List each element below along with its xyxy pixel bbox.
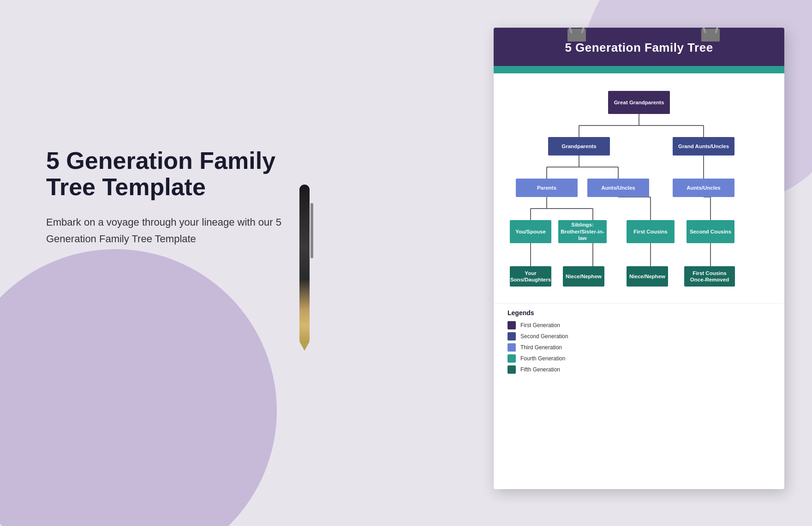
- legend-label: Second Generation: [520, 333, 568, 340]
- document: 5 Generation Family Tree: [494, 28, 784, 489]
- legend-swatch: [508, 321, 516, 329]
- node-siblings: Siblings: Brother/Sister-in-law: [558, 220, 607, 243]
- legend-item: Second Generation: [508, 332, 770, 341]
- legend-swatch: [508, 354, 516, 363]
- legend-swatch: [508, 365, 516, 374]
- node-parents: Parents: [516, 179, 578, 197]
- pen-decoration: [286, 185, 323, 360]
- node-great-grandparents: Great Grandparents: [608, 91, 670, 114]
- binder-clip-right: [701, 28, 720, 45]
- legend-label: Fourth Generation: [520, 355, 565, 362]
- tree-wrapper: Great Grandparents Grandparents Grand Au…: [508, 83, 770, 290]
- node-first-cousins: First Cousins: [627, 220, 675, 243]
- legends-title: Legends: [508, 309, 770, 317]
- node-you-spouse: You/Spouse: [510, 220, 551, 243]
- node-first-cousins-once: First Cousins Once-Removed: [684, 266, 735, 287]
- page-description: Embark on a voyage through your lineage …: [46, 214, 286, 246]
- legend-swatch: [508, 343, 516, 352]
- legend-item: Third Generation: [508, 343, 770, 352]
- legend-label: First Generation: [520, 322, 560, 329]
- node-niece-nephew2: Niece/Nephew: [627, 266, 668, 287]
- legend-item: First Generation: [508, 321, 770, 329]
- page-title: 5 Generation Family Tree Template: [46, 148, 286, 200]
- doc-header: 5 Generation Family Tree: [494, 28, 784, 66]
- legend-item: Fifth Generation: [508, 365, 770, 374]
- binder-clip-left: [567, 28, 586, 45]
- tree-content: Great Grandparents Grandparents Grand Au…: [494, 73, 784, 299]
- legend-label: Third Generation: [520, 344, 562, 351]
- node-aunts-uncles1: Aunts/Uncles: [587, 179, 649, 197]
- legend-label: Fifth Generation: [520, 366, 560, 373]
- node-niece-nephew1: Niece/Nephew: [563, 266, 604, 287]
- node-second-cousins: Second Cousins: [687, 220, 734, 243]
- teal-stripe: [494, 66, 784, 73]
- node-grandparents: Grandparents: [548, 137, 610, 155]
- legends-section: Legends First Generation Second Generati…: [494, 303, 784, 381]
- doc-title: 5 Generation Family Tree: [503, 41, 775, 55]
- left-panel: 5 Generation Family Tree Template Embark…: [46, 148, 286, 247]
- legend-item: Fourth Generation: [508, 354, 770, 363]
- node-sons-daughters: Your Sons/Daughters: [510, 266, 551, 287]
- legend-swatch: [508, 332, 516, 341]
- legend-items: First Generation Second Generation Third…: [508, 321, 770, 374]
- node-grand-aunts-uncles: Grand Aunts/Uncles: [673, 137, 734, 155]
- node-aunts-uncles2: Aunts/Uncles: [673, 179, 734, 197]
